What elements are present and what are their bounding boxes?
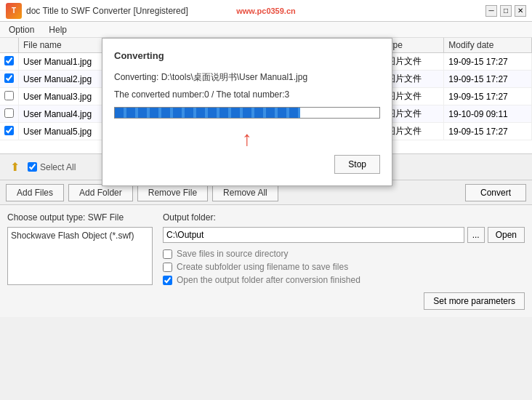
modal-progress-line: The converted number:0 / The total numbe… — [114, 89, 380, 100]
menu-help[interactable]: Help — [46, 23, 70, 36]
add-folder-button[interactable]: Add Folder — [68, 184, 133, 201]
row-checkbox[interactable] — [4, 56, 14, 65]
output-folder-box: Output folder: ... Open Save files in so… — [163, 212, 525, 310]
create-subfolder-label: Create subfolder using filename to save … — [177, 262, 348, 272]
progress-bar-fill — [115, 108, 300, 118]
option-row-1: Save files in source directory — [163, 249, 525, 259]
row-date: 19-10-09 09:11 — [444, 105, 532, 123]
row-checkbox[interactable] — [4, 91, 14, 100]
row-checkbox-cell[interactable] — [0, 53, 19, 71]
row-date: 19-09-15 17:27 — [444, 53, 532, 71]
menubar: Option Help — [0, 22, 532, 38]
stop-button[interactable]: Stop — [334, 155, 380, 174]
row-checkbox[interactable] — [4, 108, 14, 118]
watermark: www.pc0359.cn — [236, 7, 296, 15]
upload-icon-button[interactable]: ⬆ — [6, 159, 23, 176]
output-folder-label: Output folder: — [163, 212, 525, 223]
app-logo: T — [6, 3, 22, 19]
menu-option[interactable]: Option — [6, 23, 37, 36]
open-button[interactable]: Open — [488, 227, 525, 243]
select-all-label[interactable]: Select All — [28, 162, 76, 172]
app-title: doc Title to SWF Converter [Unregistered… — [26, 6, 188, 16]
select-all-checkbox[interactable] — [28, 162, 37, 172]
row-checkbox[interactable] — [4, 73, 14, 83]
arrow-container: ↑ — [114, 129, 380, 149]
option-row-3: Open the output folder after conversion … — [163, 275, 525, 285]
row-date: 19-09-15 17:27 — [444, 88, 532, 105]
save-source-label: Save files in source directory — [177, 249, 288, 259]
output-folder-row: ... Open — [163, 227, 525, 243]
row-checkbox-cell[interactable] — [0, 71, 19, 88]
output-type-list[interactable]: Shockwave Flash Object (*.swf) — [7, 227, 153, 285]
maximize-button[interactable]: □ — [500, 5, 512, 17]
col-modifydate: Modify date — [444, 38, 532, 53]
titlebar: T doc Title to SWF Converter [Unregister… — [0, 0, 532, 22]
save-source-checkbox[interactable] — [163, 249, 172, 259]
option-row-2: Create subfolder using filename to save … — [163, 262, 525, 272]
row-date: 19-09-15 17:27 — [444, 71, 532, 88]
open-after-label: Open the output folder after conversion … — [177, 275, 360, 285]
browse-button[interactable]: ... — [467, 227, 485, 243]
remove-all-button[interactable]: Remove All — [212, 184, 278, 201]
minimize-button[interactable]: ─ — [485, 5, 497, 17]
row-checkbox[interactable] — [4, 126, 14, 135]
row-checkbox-cell[interactable] — [0, 105, 19, 123]
output-type-item[interactable]: Shockwave Flash Object (*.swf) — [11, 231, 149, 241]
arrow-icon: ↑ — [242, 129, 252, 149]
output-type-box: Choose output type: SWF File Shockwave F… — [7, 212, 153, 310]
output-folder-input[interactable] — [163, 227, 464, 243]
add-files-button[interactable]: Add Files — [6, 184, 64, 201]
logo-text: T — [12, 7, 16, 15]
select-all-text: Select All — [40, 162, 76, 172]
row-checkbox-cell[interactable] — [0, 123, 19, 140]
modal-title: Converting — [114, 50, 380, 61]
output-type-label: Choose output type: SWF File — [7, 212, 153, 223]
window-controls: ─ □ ✕ — [485, 5, 526, 17]
create-subfolder-checkbox[interactable] — [163, 263, 172, 272]
row-checkbox-cell[interactable] — [0, 88, 19, 105]
row-date: 19-09-15 17:27 — [444, 123, 532, 140]
modal-converting-line: Converting: D:\tools\桌面说明书\User Manual1.… — [114, 71, 380, 84]
modal-footer: Stop — [114, 155, 380, 174]
progress-bar-container — [114, 107, 380, 119]
titlebar-left: T doc Title to SWF Converter [Unregister… — [6, 3, 188, 19]
convert-button[interactable]: Convert — [465, 184, 526, 201]
converting-modal: Converting Converting: D:\tools\桌面说明书\Us… — [102, 38, 392, 186]
set-params-button[interactable]: Set more parameters — [424, 292, 525, 310]
col-checkbox — [0, 38, 19, 53]
bottom-panel: Choose output type: SWF File Shockwave F… — [0, 205, 532, 317]
close-button[interactable]: ✕ — [515, 5, 526, 17]
open-after-checkbox[interactable] — [163, 276, 172, 285]
remove-file-button[interactable]: Remove File — [137, 184, 208, 201]
